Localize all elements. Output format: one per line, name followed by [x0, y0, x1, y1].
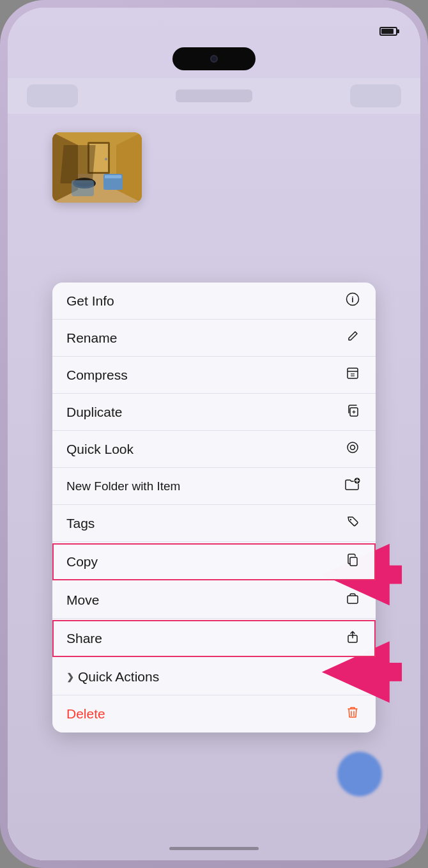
share-icon	[344, 630, 362, 647]
menu-item-copy[interactable]: Copy	[52, 543, 376, 580]
expand-chevron-icon: ❯	[66, 672, 74, 682]
svg-rect-5	[89, 144, 108, 172]
menu-item-rename[interactable]: Rename	[52, 320, 376, 357]
menu-item-move[interactable]: Move	[52, 582, 376, 619]
svg-rect-14	[348, 368, 358, 378]
svg-rect-28	[350, 557, 357, 566]
nav-title	[176, 89, 252, 102]
menu-item-compress[interactable]: Compress	[52, 357, 376, 394]
phone-frame: 2:27 ⊡ 📶	[0, 0, 428, 868]
menu-item-quick-actions[interactable]: ❯ Quick Actions	[52, 658, 376, 695]
menu-label-delete: Delete	[66, 706, 105, 722]
nav-bar	[8, 78, 420, 114]
svg-point-21	[348, 442, 358, 453]
menu-label-get-info: Get Info	[66, 293, 114, 309]
rename-icon	[344, 329, 362, 347]
tags-icon	[344, 515, 362, 532]
menu-item-delete[interactable]: Delete	[52, 695, 376, 732]
get-info-icon: i	[344, 292, 362, 310]
menu-label-compress: Compress	[66, 368, 128, 383]
svg-text:i: i	[351, 295, 353, 304]
quick-actions-icon	[344, 668, 362, 686]
menu-label-share: Share	[66, 631, 102, 646]
dynamic-island	[172, 47, 256, 70]
menu-label-copy: Copy	[66, 554, 98, 570]
delete-icon	[344, 705, 362, 723]
svg-rect-29	[348, 596, 358, 603]
menu-label-quick-look: Quick Look	[66, 442, 134, 457]
file-thumbnail	[52, 132, 142, 203]
menu-label-quick-actions: ❯ Quick Actions	[66, 669, 159, 685]
menu-item-get-info[interactable]: Get Info i	[52, 283, 376, 320]
new-folder-icon	[344, 477, 362, 495]
svg-point-22	[351, 445, 355, 449]
menu-item-quick-look[interactable]: Quick Look	[52, 431, 376, 468]
menu-label-move: Move	[66, 593, 99, 608]
front-camera	[210, 55, 218, 63]
svg-rect-9	[52, 132, 55, 134]
nav-back-button[interactable]	[27, 84, 78, 107]
screen: 2:27 ⊡ 📶	[8, 8, 420, 860]
copy-icon	[344, 553, 362, 571]
home-indicator	[169, 847, 259, 850]
context-menu: Get Info i Rename Comp	[52, 283, 376, 732]
thumbnail-image	[52, 132, 142, 203]
svg-point-6	[105, 158, 107, 160]
svg-point-7	[73, 178, 96, 189]
nav-action-button[interactable]	[350, 84, 401, 107]
menu-item-new-folder[interactable]: New Folder with Item	[52, 468, 376, 505]
svg-point-8	[74, 178, 95, 187]
move-icon	[344, 591, 362, 609]
svg-point-27	[350, 518, 351, 520]
compress-icon	[344, 366, 362, 384]
background-circle	[337, 752, 382, 796]
svg-rect-11	[105, 175, 121, 178]
menu-label-tags: Tags	[66, 516, 95, 531]
menu-item-tags[interactable]: Tags	[52, 505, 376, 542]
menu-item-duplicate[interactable]: Duplicate	[52, 394, 376, 431]
menu-label-rename: Rename	[66, 330, 117, 346]
battery-icon	[379, 27, 397, 36]
duplicate-icon	[344, 403, 362, 421]
quick-look-icon	[344, 440, 362, 458]
menu-label-new-folder: New Folder with Item	[66, 479, 180, 493]
menu-item-share[interactable]: Share	[52, 620, 376, 657]
menu-label-duplicate: Duplicate	[66, 405, 123, 420]
